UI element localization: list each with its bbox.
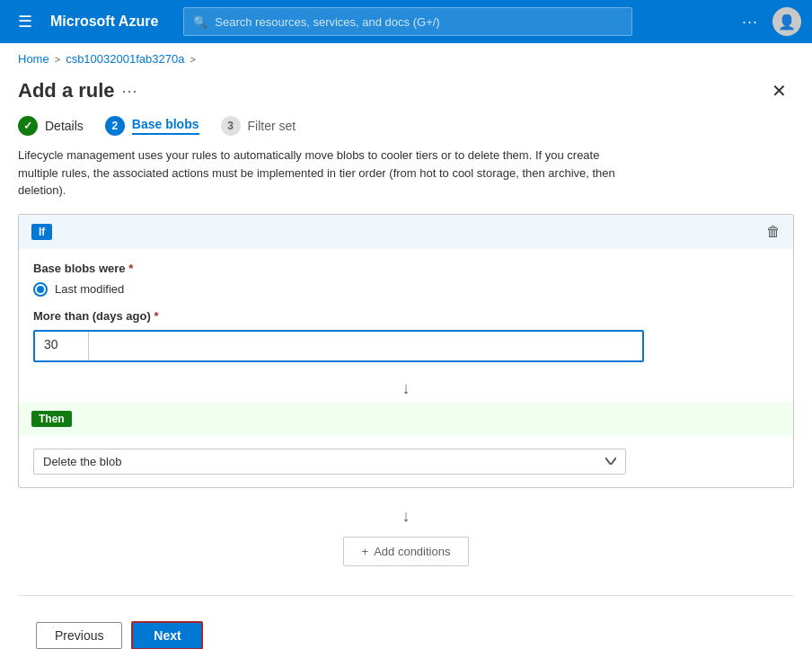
tab-details-label: Details [45, 119, 84, 133]
days-ago-value: 30 [35, 332, 89, 360]
tab-base-blobs-label: Base blobs [132, 117, 199, 135]
then-conditions-arrow: ↓ [18, 502, 794, 529]
breadcrumb-sep-2: > [190, 54, 195, 65]
footer-divider [18, 595, 794, 596]
page-title: Add a rule [18, 79, 115, 102]
search-placeholder: Search resources, services, and docs (G+… [215, 15, 439, 29]
footer-buttons: Previous Next [18, 610, 794, 650]
radio-circle-last-modified [33, 282, 48, 297]
base-blobs-label: Base blobs were * [33, 262, 779, 275]
radio-last-modified[interactable]: Last modified [33, 282, 779, 297]
action-dropdown[interactable]: Delete the blob Move to cool storage Mov… [33, 449, 626, 475]
previous-button[interactable]: Previous [36, 622, 122, 649]
breadcrumb-home[interactable]: Home [18, 52, 49, 66]
breadcrumb: Home > csb10032001fab3270a > [0, 43, 812, 69]
app-title: Microsoft Azure [50, 13, 158, 30]
if-header: If 🗑 [19, 215, 793, 249]
wizard-tabs: ✓ Details 2 Base blobs 3 Filter set [0, 116, 812, 147]
if-then-arrow: ↓ [19, 375, 793, 402]
search-bar[interactable]: 🔍 Search resources, services, and docs (… [183, 7, 632, 36]
hamburger-icon[interactable]: ☰ [11, 8, 40, 35]
page-more-icon[interactable]: ··· [122, 82, 138, 101]
page-header: Add a rule ··· ✕ [0, 69, 812, 116]
add-conditions-button[interactable]: + Add conditions [343, 537, 470, 566]
breadcrumb-sep-1: > [55, 54, 60, 65]
add-conditions-wrap: + Add conditions [18, 529, 794, 581]
description-text: Lifecycle management uses your rules to … [0, 147, 647, 214]
tab-details[interactable]: ✓ Details [18, 116, 84, 136]
tab-details-circle: ✓ [18, 116, 38, 136]
tab-filter-set[interactable]: 3 Filter set [221, 116, 296, 136]
topbar-right: ··· 👤 [742, 7, 801, 36]
if-body: Base blobs were * Last modified More tha… [19, 249, 793, 375]
add-conditions-label: Add conditions [374, 545, 450, 558]
delete-icon[interactable]: 🗑 [766, 224, 781, 240]
tab-base-blobs[interactable]: 2 Base blobs [105, 116, 199, 136]
main-content: If 🗑 Base blobs were * Last modified Mor… [0, 214, 812, 650]
days-ago-input-wrap[interactable]: 30 [33, 330, 644, 362]
days-ago-label: More than (days ago) * [33, 309, 779, 323]
if-badge: If [31, 224, 52, 240]
then-header: Then [19, 402, 793, 436]
radio-group: Last modified [33, 282, 779, 297]
add-conditions-icon: + [362, 545, 369, 558]
topbar-more-icon[interactable]: ··· [742, 13, 758, 31]
tab-filter-set-label: Filter set [248, 119, 296, 133]
tab-base-blobs-circle: 2 [105, 116, 125, 136]
days-ago-input-rest[interactable] [89, 332, 642, 360]
then-badge: Then [31, 411, 72, 427]
then-body: Delete the blob Move to cool storage Mov… [19, 436, 793, 487]
rule-card: If 🗑 Base blobs were * Last modified Mor… [18, 214, 794, 488]
next-button[interactable]: Next [131, 621, 203, 650]
tab-filter-set-circle: 3 [221, 116, 241, 136]
search-icon: 🔍 [193, 15, 207, 29]
close-button[interactable]: ✕ [764, 76, 794, 105]
days-ago-required-star: * [154, 309, 158, 323]
radio-last-modified-label: Last modified [55, 282, 124, 296]
avatar[interactable]: 👤 [772, 7, 801, 36]
required-star: * [128, 262, 133, 275]
topbar: ☰ Microsoft Azure 🔍 Search resources, se… [0, 0, 812, 43]
breadcrumb-resource[interactable]: csb10032001fab3270a [66, 52, 184, 66]
